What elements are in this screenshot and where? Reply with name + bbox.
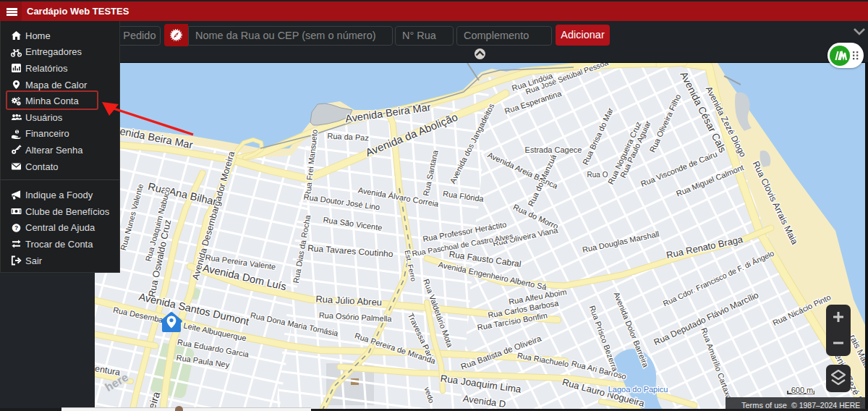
svg-text:Lagoa do Papicu: Lagoa do Papicu bbox=[608, 385, 668, 394]
svg-text:Estrada Cagece: Estrada Cagece bbox=[525, 145, 582, 154]
svg-text:600 m: 600 m bbox=[791, 386, 814, 394]
svg-text:Terms of use: Terms of use bbox=[741, 401, 787, 410]
svg-text:Rua O: Rua O bbox=[587, 171, 608, 179]
svg-text:© 1987–2024 HERE: © 1987–2024 HERE bbox=[791, 401, 860, 410]
svg-text:?: ? bbox=[14, 224, 18, 231]
